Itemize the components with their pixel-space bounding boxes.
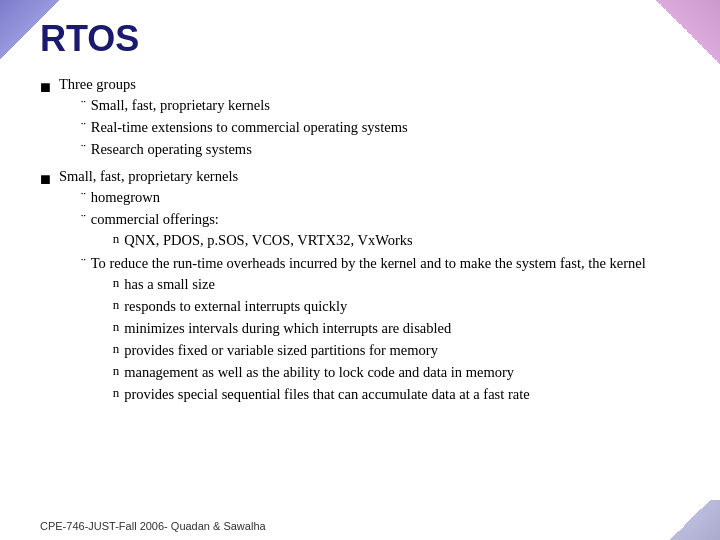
list-item: n responds to external interrupts quickl… (113, 296, 646, 317)
sub-bullet-icon: n (113, 384, 120, 403)
item-text: QNX, PDOS, p.SOS, VCOS, VRTX32, VxWorks (124, 230, 412, 251)
item-content: commercial offerings: n QNX, PDOS, p.SOS… (91, 209, 413, 252)
list-item: ¨ homegrown (81, 187, 646, 208)
bullet-icon: ■ (40, 166, 51, 192)
sub-bullet-icon: n (113, 230, 120, 249)
list-item: ¨ commercial offerings: n QNX, PDOS, p.S… (81, 209, 646, 252)
sub-bullet-icon: ¨ (81, 209, 86, 230)
sub-bullet-icon: ¨ (81, 139, 86, 160)
sub-bullet-icon: ¨ (81, 253, 86, 274)
item-text: Three groups (59, 76, 136, 92)
sub-list: n has a small size n responds to externa… (91, 274, 646, 405)
item-content: To reduce the run-time overheads incurre… (91, 253, 646, 406)
item-text: To reduce the run-time overheads incurre… (91, 255, 646, 271)
list-item: n has a small size (113, 274, 646, 295)
sub-bullet-icon: ¨ (81, 95, 86, 116)
list-item: n minimizes intervals during which inter… (113, 318, 646, 339)
list-item: ■ Small, fast, proprietary kernels ¨ hom… (40, 166, 680, 407)
bullet-icon: ■ (40, 74, 51, 100)
item-text: homegrown (91, 187, 160, 208)
list-item: n provides fixed or variable sized parti… (113, 340, 646, 361)
item-text: responds to external interrupts quickly (124, 296, 347, 317)
item-text: provides fixed or variable sized partiti… (124, 340, 438, 361)
slide-title: RTOS (40, 18, 680, 60)
list-item: n QNX, PDOS, p.SOS, VCOS, VRTX32, VxWork… (113, 230, 413, 251)
item-text: Real-time extensions to commercial opera… (91, 117, 408, 138)
slide-body: ■ Three groups ¨ Small, fast, proprietar… (40, 74, 680, 407)
sub-bullet-icon: n (113, 274, 120, 293)
slide-content: RTOS ■ Three groups ¨ Small, fast, propr… (0, 0, 720, 419)
item-text: management as well as the ability to loc… (124, 362, 514, 383)
list-item: ¨ Research operating systems (81, 139, 408, 160)
item-content: Three groups ¨ Small, fast, proprietary … (59, 74, 408, 161)
sub-bullet-icon: n (113, 296, 120, 315)
sub-list: ¨ Small, fast, proprietary kernels ¨ Rea… (59, 95, 408, 160)
list-item: n management as well as the ability to l… (113, 362, 646, 383)
list-item: ■ Three groups ¨ Small, fast, proprietar… (40, 74, 680, 161)
sub-bullet-icon: n (113, 340, 120, 359)
item-text: minimizes intervals during which interru… (124, 318, 451, 339)
list-item: n provides special sequential files that… (113, 384, 646, 405)
slide-footer: CPE-746-JUST-Fall 2006- Quadan & Sawalha (40, 520, 266, 532)
item-text: Small, fast, proprietary kernels (59, 168, 238, 184)
item-text: provides special sequential files that c… (124, 384, 529, 405)
sub-bullet-icon: n (113, 318, 120, 337)
item-content: Small, fast, proprietary kernels ¨ homeg… (59, 166, 646, 407)
list-item: ¨ Small, fast, proprietary kernels (81, 95, 408, 116)
corner-decoration-br (660, 500, 720, 540)
list-item: ¨ To reduce the run-time overheads incur… (81, 253, 646, 406)
sub-list: ¨ homegrown ¨ commercial offerings: n QN… (59, 187, 646, 406)
item-text: Small, fast, proprietary kernels (91, 95, 270, 116)
sub-list: n QNX, PDOS, p.SOS, VCOS, VRTX32, VxWork… (91, 230, 413, 251)
sub-bullet-icon: ¨ (81, 117, 86, 138)
item-text: Research operating systems (91, 139, 252, 160)
sub-bullet-icon: n (113, 362, 120, 381)
item-text: commercial offerings: (91, 211, 219, 227)
sub-bullet-icon: ¨ (81, 187, 86, 208)
list-item: ¨ Real-time extensions to commercial ope… (81, 117, 408, 138)
item-text: has a small size (124, 274, 215, 295)
